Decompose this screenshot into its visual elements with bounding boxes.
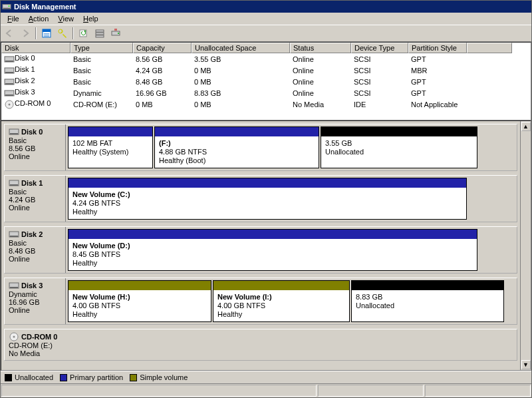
disk-volumes-3: New Volume (H:)4.00 GB NTFSHealthy New V…: [66, 278, 517, 324]
svg-rect-16: [5, 61, 13, 62]
separator: [35, 27, 37, 39]
simple-volume-color: [213, 281, 349, 290]
svg-rect-1: [3, 8, 11, 9]
properties-button[interactable]: [39, 26, 54, 41]
disk-info-size: 8.56 GB: [9, 144, 61, 152]
disk-graph-inner: Disk 0 Basic 8.56 GB Online 102 MB FATHe…: [1, 121, 520, 370]
disk-info-3[interactable]: Disk 3 Dynamic 16.96 GB Online: [5, 278, 66, 324]
status-pane-3: [425, 385, 531, 397]
volume-h[interactable]: New Volume (H:)4.00 GB NTFSHealthy: [68, 280, 211, 322]
scrollbar-vertical[interactable]: ▲ ▼: [520, 121, 531, 370]
svg-rect-26: [10, 133, 18, 134]
disk-block-0: Disk 0 Basic 8.56 GB Online 102 MB FATHe…: [4, 124, 517, 171]
legend-primary: Primary partition: [70, 373, 123, 381]
scroll-down-icon[interactable]: ▼: [521, 360, 531, 369]
separator: [72, 27, 74, 39]
disk-info-2[interactable]: Disk 2 Basic 8.48 GB Online: [5, 227, 66, 273]
disk-icon: [9, 281, 19, 290]
menu-action[interactable]: Action: [25, 14, 53, 23]
menu-file[interactable]: File: [3, 14, 23, 23]
svg-rect-20: [5, 83, 13, 85]
disk-list-body: Disk 0Basic8.56 GB3.55 GBOnlineSCSIGPTDi…: [1, 53, 531, 110]
volume-d[interactable]: New Volume (D:)8.45 GB NTFSHealthy: [68, 229, 477, 271]
disk-volumes-1: New Volume (C:)4.24 GB NTFSHealthy: [66, 176, 517, 222]
disk-info-0[interactable]: Disk 0 Basic 8.56 GB Online: [5, 124, 66, 170]
titlebar[interactable]: Disk Management: [1, 1, 531, 13]
menu-view[interactable]: View: [54, 14, 78, 23]
col-unallocated[interactable]: Unallocated Space: [192, 43, 290, 53]
refresh-button[interactable]: [76, 26, 91, 41]
volume-unallocated[interactable]: 3.55 GBUnallocated: [321, 126, 477, 168]
menu-help[interactable]: Help: [79, 14, 102, 23]
status-pane-1: [1, 385, 317, 397]
svg-point-34: [13, 336, 15, 338]
disk-info-cdrom[interactable]: CD-ROM 0 CD-ROM (E:) No Media: [5, 329, 66, 360]
svg-point-13: [118, 33, 119, 34]
disk-info-1[interactable]: Disk 1 Basic 4.24 GB Online: [5, 176, 66, 222]
unallocated-color: [352, 281, 503, 290]
disk-icon: [9, 127, 19, 136]
disk-block-2: Disk 2 Basic 8.48 GB Online New Volume (…: [4, 226, 517, 274]
app-icon: [2, 2, 11, 11]
disk-block-cdrom: CD-ROM 0 CD-ROM (E:) No Media: [4, 329, 517, 361]
col-device-type[interactable]: Device Type: [351, 43, 408, 53]
svg-point-7: [59, 29, 63, 33]
toolbar: [1, 25, 531, 42]
svg-rect-4: [43, 29, 51, 32]
table-row[interactable]: Disk 3Dynamic16.96 GB8.83 GBOnlineSCSIGP…: [1, 87, 531, 99]
disk-volumes-2: New Volume (D:)8.45 GB NTFSHealthy: [66, 227, 517, 273]
volume-system[interactable]: 102 MB FATHealthy (System): [68, 126, 153, 168]
menubar: File Action View Help: [1, 13, 531, 25]
disk-block-1: Disk 1 Basic 4.24 GB Online New Volume (…: [4, 175, 517, 222]
disk-icon: [9, 230, 19, 239]
disk-volumes-cdrom: [66, 329, 517, 360]
volume-c[interactable]: New Volume (C:)4.24 GB NTFSHealthy: [68, 178, 467, 220]
help-button[interactable]: [55, 26, 70, 41]
col-type[interactable]: Type: [70, 43, 133, 53]
volume-i[interactable]: New Volume (I:)4.00 GB NTFSHealthy: [213, 280, 350, 322]
primary-partition-color: [68, 127, 152, 136]
disk-icon: [9, 178, 19, 188]
svg-point-2: [9, 5, 10, 7]
scroll-up-icon[interactable]: ▲: [521, 122, 531, 131]
disk-list-button[interactable]: [92, 26, 107, 41]
statusbar: [1, 384, 531, 397]
legend-simple-icon: [130, 374, 137, 381]
col-partition-style[interactable]: Partition Style: [408, 43, 467, 53]
svg-rect-18: [5, 72, 13, 73]
svg-rect-32: [10, 287, 18, 288]
legend-simple: Simple volume: [140, 373, 188, 381]
col-empty[interactable]: [467, 43, 512, 53]
simple-volume-color: [68, 281, 211, 290]
svg-rect-11: [96, 35, 104, 37]
col-status[interactable]: Status: [290, 43, 351, 53]
settings-button[interactable]: [108, 26, 123, 41]
disk-graph-pane: Disk 0 Basic 8.56 GB Online 102 MB FATHe…: [1, 120, 531, 371]
primary-partition-color: [155, 127, 319, 136]
legend: Unallocated Primary partition Simple vol…: [1, 371, 531, 384]
primary-partition-color: [68, 230, 477, 239]
svg-rect-14: [114, 29, 117, 31]
disk-list-header: Disk Type Capacity Unallocated Space Sta…: [1, 43, 531, 53]
svg-rect-10: [96, 33, 104, 35]
legend-unallocated: Unallocated: [15, 373, 53, 381]
disk-management-window: Disk Management File Action View Help Di…: [0, 0, 532, 398]
status-pane-2: [318, 385, 424, 397]
col-disk[interactable]: Disk: [1, 43, 70, 53]
volume-f[interactable]: (F:)4.88 GB NTFSHealthy (Boot): [154, 126, 319, 168]
svg-rect-28: [10, 184, 18, 186]
cdrom-icon: [9, 332, 19, 341]
table-row[interactable]: CD-ROM 0CD-ROM (E:)0 MB0 MBNo MediaIDENo…: [1, 99, 531, 110]
svg-rect-22: [5, 95, 13, 96]
forward-button[interactable]: [18, 26, 33, 41]
primary-partition-color: [68, 178, 466, 188]
table-row[interactable]: Disk 1Basic4.24 GB0 MBOnlineSCSIMBR: [1, 65, 531, 76]
table-row[interactable]: Disk 0Basic8.56 GB3.55 GBOnlineSCSIGPT: [1, 53, 531, 65]
table-row[interactable]: Disk 2Basic8.48 GB0 MBOnlineSCSIGPT: [1, 76, 531, 87]
back-button[interactable]: [2, 26, 17, 41]
col-capacity[interactable]: Capacity: [133, 43, 192, 53]
disk-volumes-0: 102 MB FATHealthy (System) (F:)4.88 GB N…: [66, 124, 517, 170]
disk-list-table[interactable]: Disk Type Capacity Unallocated Space Sta…: [1, 42, 531, 120]
volume-unallocated[interactable]: 8.83 GBUnallocated: [351, 280, 504, 322]
legend-unallocated-icon: [5, 374, 12, 381]
